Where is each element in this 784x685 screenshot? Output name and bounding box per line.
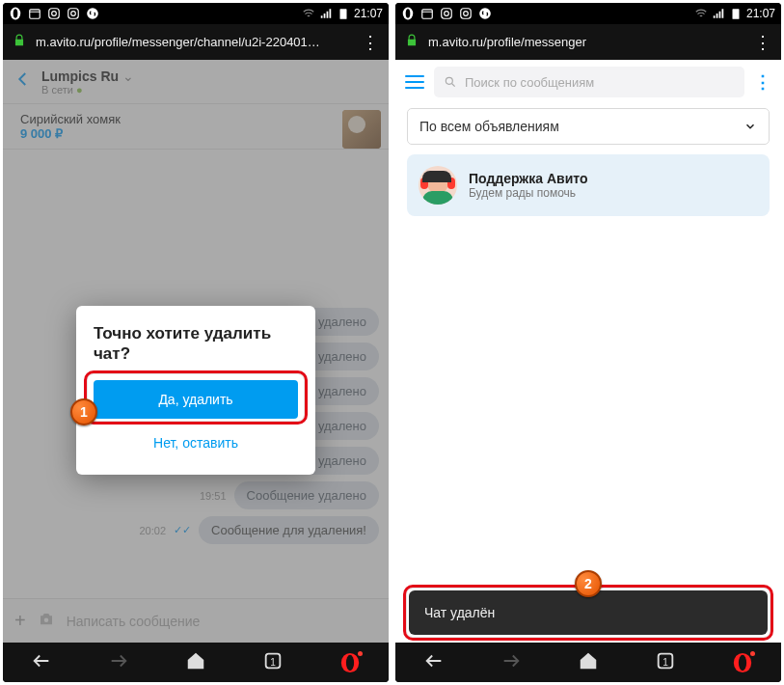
support-subtitle: Будем рады помочь (469, 186, 588, 200)
browser-address-bar[interactable]: m.avito.ru/profile/messenger/channel/u2i… (3, 24, 389, 60)
svg-point-7 (87, 8, 98, 19)
svg-rect-22 (732, 9, 739, 18)
svg-point-6 (71, 12, 76, 16)
search-icon (444, 75, 457, 89)
lock-icon (405, 34, 419, 50)
clock: 21:07 (354, 7, 383, 20)
nav-tabs-icon[interactable]: 1 (655, 650, 676, 675)
svg-text:1: 1 (662, 656, 668, 667)
support-title: Поддержка Авито (469, 171, 588, 186)
browser-menu-icon[interactable]: ⋮ (754, 32, 771, 53)
nav-home-icon[interactable] (185, 650, 206, 675)
phone-right: 21:07 m.avito.ru/profile/messenger ⋮ Пои… (395, 3, 781, 682)
svg-point-23 (446, 77, 452, 84)
opera-menu-icon[interactable] (732, 652, 753, 673)
chevron-down-icon (743, 120, 757, 133)
nav-forward-icon (500, 650, 522, 675)
svg-point-15 (406, 9, 411, 17)
calendar-icon (28, 7, 41, 20)
browser-nav-bar: 1 (3, 643, 389, 682)
instagram-icon (67, 7, 80, 20)
opera-menu-icon[interactable] (339, 652, 361, 673)
instagram-icon (47, 7, 61, 20)
avatar (419, 166, 457, 205)
signal-icon (319, 7, 333, 20)
wifi-icon (302, 7, 315, 20)
svg-rect-8 (339, 9, 346, 18)
battery-icon (729, 7, 743, 20)
wifi-icon (694, 7, 708, 20)
signal-icon (712, 7, 725, 20)
messenger-header: Поиск по сообщениям ⋮ (395, 60, 781, 104)
browser-menu-icon[interactable]: ⋮ (362, 32, 379, 53)
delete-chat-modal: Точно хотите удалить чат? Да, удалить Не… (76, 306, 315, 475)
svg-point-27 (739, 654, 746, 671)
burger-icon[interactable] (405, 75, 424, 89)
svg-rect-19 (461, 9, 472, 19)
calendar-icon (420, 7, 434, 20)
clock: 21:07 (746, 7, 775, 20)
svg-point-20 (464, 12, 469, 16)
svg-rect-2 (30, 10, 41, 18)
step-badge: 2 (575, 570, 602, 597)
status-bar: 21:07 (395, 3, 781, 24)
modal-title: Точно хотите удалить чат? (94, 323, 298, 365)
svg-point-1 (14, 9, 18, 17)
page-content: Lumpics Ru ⌄ В сети ● Сирийский хомяк 9 … (3, 60, 389, 643)
nav-back-icon[interactable] (423, 650, 445, 675)
search-placeholder: Поиск по сообщениям (465, 75, 594, 90)
opera-status-icon (401, 7, 415, 20)
svg-point-18 (445, 12, 449, 16)
search-input[interactable]: Поиск по сообщениям (434, 67, 744, 97)
svg-point-4 (52, 12, 57, 16)
nav-home-icon[interactable] (578, 650, 599, 675)
svg-rect-16 (422, 10, 433, 18)
support-chat-item[interactable]: Поддержка Авито Будем рады помочь (407, 154, 770, 216)
filter-select[interactable]: По всем объявлениям (407, 108, 770, 145)
svg-point-13 (346, 654, 354, 671)
nav-back-icon[interactable] (31, 650, 52, 675)
svg-rect-5 (68, 9, 79, 19)
cancel-delete-button[interactable]: Нет, оставить (94, 425, 298, 461)
nav-tabs-icon[interactable]: 1 (262, 650, 284, 675)
status-bar: 21:07 (3, 3, 389, 24)
instagram-icon (459, 7, 473, 20)
shazam-icon (478, 7, 492, 20)
browser-nav-bar: 1 (395, 643, 781, 682)
nav-forward-icon (108, 650, 129, 675)
battery-icon (337, 7, 350, 20)
filter-label: По всем объявлениям (419, 119, 559, 134)
url-text: m.avito.ru/profile/messenger/channel/u2i… (36, 35, 352, 49)
confirm-delete-button[interactable]: Да, удалить (94, 380, 298, 419)
instagram-icon (440, 7, 453, 20)
svg-rect-17 (442, 9, 452, 19)
step-badge: 1 (70, 398, 97, 425)
more-menu-icon[interactable]: ⋮ (754, 71, 771, 93)
opera-status-icon (9, 7, 22, 20)
svg-point-21 (479, 8, 491, 19)
browser-address-bar[interactable]: m.avito.ru/profile/messenger ⋮ (395, 24, 781, 60)
shazam-icon (86, 7, 99, 20)
lock-icon (13, 34, 26, 50)
page-content: Поиск по сообщениям ⋮ По всем объявления… (395, 60, 781, 643)
svg-text:1: 1 (270, 656, 276, 667)
phone-left: 21:07 m.avito.ru/profile/messenger/chann… (3, 3, 389, 682)
url-text: m.avito.ru/profile/messenger (428, 35, 744, 49)
svg-rect-3 (49, 9, 60, 19)
